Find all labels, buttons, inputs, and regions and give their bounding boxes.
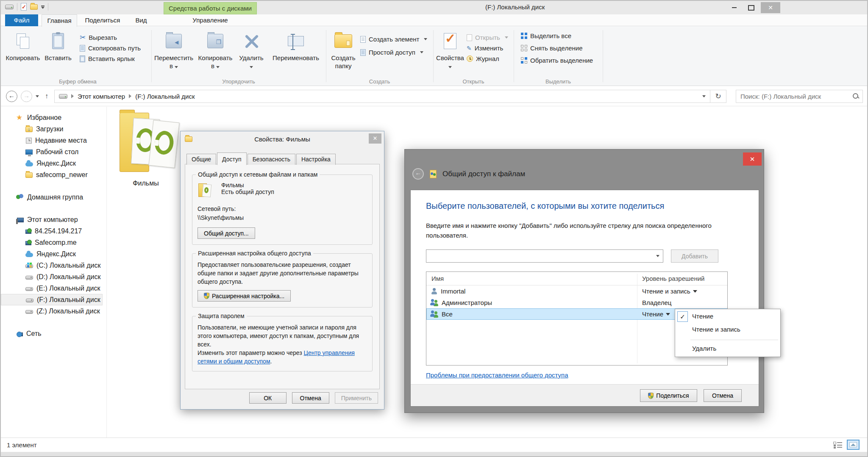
- properties-shortcut-icon[interactable]: [21, 3, 27, 11]
- cut-button[interactable]: ✂ Вырезать: [80, 33, 141, 42]
- new-folder-button[interactable]: Создать папку: [327, 29, 359, 70]
- tab-share[interactable]: Поделиться: [82, 14, 123, 26]
- search-box[interactable]: [736, 90, 863, 103]
- menu-item-read-write[interactable]: Чтение и запись: [692, 326, 740, 333]
- add-user-button[interactable]: Добавить: [671, 249, 718, 263]
- details-view-button[interactable]: [833, 441, 843, 449]
- sidebar-item-this-pc[interactable]: Этот компьютер: [1, 214, 106, 225]
- sidebar-item-yandex-disk-2[interactable]: Яндекс.Диск: [1, 248, 106, 260]
- advanced-sharing-button[interactable]: Расширенная настройка...: [198, 290, 291, 302]
- forward-button[interactable]: [21, 91, 32, 102]
- thumbnail-view-button[interactable]: [847, 440, 860, 450]
- minimize-button[interactable]: [727, 2, 741, 13]
- combo-dropdown-icon[interactable]: [656, 255, 659, 257]
- table-row-immortal[interactable]: Immortal Чтение и запись: [426, 285, 727, 297]
- sidebar-item-drive-z[interactable]: (Z:) Локальный диск: [1, 305, 106, 317]
- paste-button[interactable]: Вставить: [42, 29, 75, 64]
- sidebar-item-yandex-disk[interactable]: Яндекс.Диск: [1, 158, 106, 169]
- copy-to-button[interactable]: Копировать в: [195, 29, 236, 70]
- sidebar-item-drive-f[interactable]: (F:) Локальный диск: [1, 294, 103, 305]
- sidebar-item-recent-places[interactable]: Недавние места: [1, 135, 106, 146]
- permission-cell: Владелец: [642, 299, 671, 306]
- sidebar-item-safecomp-me[interactable]: Safecomp.me: [1, 237, 106, 248]
- network-icon: [18, 332, 23, 336]
- permission-dropdown-icon[interactable]: [693, 290, 697, 293]
- permission-dropdown-icon[interactable]: [666, 313, 670, 316]
- user-name-input[interactable]: [426, 252, 654, 260]
- tab-general[interactable]: Общие: [186, 154, 216, 165]
- edit-button[interactable]: ✎ Изменить: [467, 43, 508, 53]
- tab-file[interactable]: Файл: [5, 14, 38, 26]
- properties-close-button[interactable]: [369, 133, 381, 144]
- sidebar-item-network[interactable]: Сеть: [1, 328, 106, 339]
- sidebar-item-drive-c[interactable]: (C:) Локальный диск: [1, 260, 106, 271]
- sharing-cancel-button[interactable]: Отмена: [704, 389, 742, 402]
- permission-cell[interactable]: Чтение и запись: [642, 288, 697, 295]
- menu-item-remove[interactable]: Удалить: [692, 345, 716, 352]
- tab-customize[interactable]: Настройка: [296, 154, 336, 165]
- back-icon[interactable]: [412, 168, 424, 180]
- properties-dialog-title: Свойства: Фильмы: [181, 136, 384, 143]
- easy-access-button[interactable]: Простой доступ: [360, 47, 427, 57]
- refresh-button[interactable]: ↻: [710, 90, 726, 103]
- sidebar-item-safecomp-newer[interactable]: safecomp_newer: [1, 169, 106, 180]
- sidebar-item-downloads[interactable]: Загрузки: [1, 123, 106, 135]
- move-to-button[interactable]: Переместить в: [153, 29, 195, 70]
- sharing-problems-link[interactable]: Проблемы при предоставлении общего досту…: [426, 371, 568, 379]
- close-button[interactable]: [761, 2, 780, 13]
- folder-item-films[interactable]: Фильмы: [108, 109, 184, 194]
- paste-shortcut-button[interactable]: Вставить ярлык: [80, 54, 141, 64]
- window-controls: [727, 2, 780, 14]
- sidebar-item-drive-d[interactable]: (D:) Локальный диск: [1, 271, 106, 283]
- delete-button[interactable]: Удалить: [236, 29, 267, 70]
- breadcrumb-this-pc[interactable]: Этот компьютер: [78, 93, 125, 100]
- sidebar-item-favorites[interactable]: Избранное: [1, 112, 106, 123]
- ok-button[interactable]: ОК: [249, 392, 287, 404]
- new-item-button[interactable]: Создать элемент: [360, 34, 427, 44]
- customize-toolbar-icon[interactable]: [41, 7, 45, 9]
- rename-button[interactable]: Переименовать: [267, 29, 325, 70]
- maximize-button[interactable]: [744, 2, 758, 13]
- open-button[interactable]: Открыть: [467, 33, 508, 42]
- table-row-administrators[interactable]: Администраторы Владелец: [426, 297, 727, 308]
- user-combo-box[interactable]: [426, 249, 663, 263]
- copy-button[interactable]: Копировать: [4, 29, 42, 64]
- tab-sharing[interactable]: Доступ: [217, 152, 247, 165]
- sidebar-item-ip-84-254-194-217[interactable]: 84.254.194.217: [1, 225, 106, 237]
- location-drive-icon: [59, 94, 67, 99]
- select-all-button[interactable]: Выделить все: [521, 31, 601, 41]
- apply-button[interactable]: Применить: [335, 392, 378, 404]
- sidebar-item-desktop[interactable]: Рабочий стол: [1, 146, 106, 158]
- new-folder-shortcut-icon[interactable]: [30, 4, 38, 10]
- address-dropdown-icon[interactable]: [702, 95, 706, 97]
- back-button[interactable]: [6, 91, 17, 102]
- sidebar-item-drive-e[interactable]: (E:) Локальный диск: [1, 283, 106, 294]
- menu-item-read[interactable]: Чтение: [692, 313, 713, 320]
- recent-locations-icon[interactable]: [36, 95, 39, 97]
- invert-selection-button[interactable]: Обратить выделение: [521, 55, 601, 65]
- copy-path-button[interactable]: Скопировать путь: [80, 43, 141, 53]
- tab-view[interactable]: Вид: [127, 14, 155, 26]
- breadcrumb[interactable]: Этот компьютер (F:) Локальный диск: [54, 90, 710, 103]
- properties-button[interactable]: Свойства: [434, 29, 466, 70]
- homegroup-icon: [16, 194, 24, 201]
- sharing-close-button[interactable]: [743, 152, 762, 166]
- tab-home[interactable]: Главная: [42, 14, 77, 27]
- share-button[interactable]: Поделиться: [640, 389, 697, 402]
- drive-icon: [25, 287, 33, 291]
- breadcrumb-current[interactable]: (F:) Локальный диск: [135, 93, 195, 100]
- select-none-button[interactable]: Снять выделение: [521, 43, 601, 53]
- tab-security[interactable]: Безопасность: [248, 154, 295, 165]
- history-button[interactable]: Журнал: [467, 54, 508, 64]
- sidebar-item-homegroup[interactable]: Домашняя группа: [1, 191, 106, 203]
- cancel-button[interactable]: Отмена: [292, 392, 329, 404]
- sharing-dialog-footer: Поделиться Отмена: [411, 384, 759, 406]
- group-label-select: Выделить: [515, 78, 601, 85]
- share-access-button[interactable]: Общий доступ...: [198, 227, 255, 239]
- properties-dialog: Свойства: Фильмы Общие Доступ Безопаснос…: [180, 131, 384, 410]
- ribbon-group-organize: Переместить в Копировать в Удалить Переи…: [153, 27, 325, 86]
- search-input[interactable]: [740, 92, 852, 100]
- up-button[interactable]: ↑: [45, 92, 48, 100]
- permission-cell[interactable]: Чтение: [642, 310, 670, 318]
- tab-manage[interactable]: Управление: [164, 14, 257, 26]
